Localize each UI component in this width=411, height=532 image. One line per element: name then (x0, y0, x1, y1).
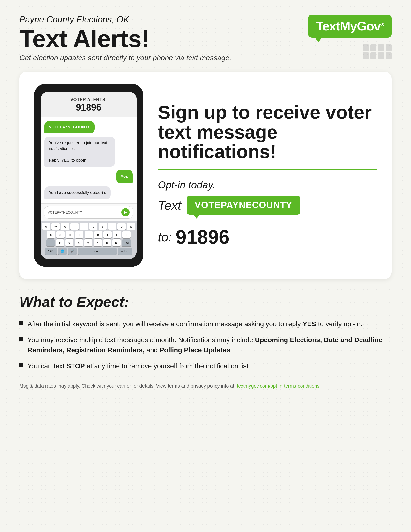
bullet-square-1 (19, 337, 23, 341)
to-number: 91896 (176, 226, 229, 248)
key-n[interactable]: n (103, 239, 111, 247)
key-numbers[interactable]: 123 (45, 248, 57, 255)
to-number-row: to: 91896 (158, 226, 377, 248)
main-card: VOTER ALERTS! 91896 VOTEPAYNECOUNTY You'… (19, 72, 392, 279)
phone-send-button[interactable]: ▶ (121, 208, 130, 216)
key-globe[interactable]: 🌐 (58, 248, 67, 255)
expect-section: What to Expect: After the initial keywor… (19, 294, 392, 371)
key-z[interactable]: z (56, 239, 64, 247)
message-bubble-received-2: You have successfully opted-in. (45, 186, 111, 199)
key-backspace[interactable]: ⌫ (122, 239, 131, 247)
bullet-square-2 (19, 363, 23, 367)
header: Payne County Elections, OK Text Alerts! … (19, 15, 392, 62)
footer-text: Msg & data rates may apply. Check with y… (19, 383, 235, 389)
content-wrapper: Payne County Elections, OK Text Alerts! … (19, 15, 392, 389)
phone-mockup: VOTER ALERTS! 91896 VOTEPAYNECOUNTY You'… (34, 84, 143, 267)
subtitle: Payne County Elections, OK (19, 15, 231, 25)
logo-text: TextMyGov® (316, 19, 384, 33)
key-space[interactable]: space (78, 248, 117, 255)
logo-text-gov: Gov (357, 19, 381, 33)
key-d[interactable]: d (66, 231, 74, 238)
text-word: Text (158, 198, 181, 213)
key-return[interactable]: return (118, 248, 133, 255)
logo-grid-decoration (363, 45, 392, 59)
key-j[interactable]: j (103, 231, 112, 238)
key-o[interactable]: o (118, 223, 126, 230)
registered-mark: ® (381, 22, 384, 27)
key-u[interactable]: u (99, 223, 107, 230)
key-r[interactable]: r (70, 223, 79, 230)
bullet-list: After the initial keyword is sent, you w… (19, 319, 392, 371)
keyboard-row-3: ⇧ z x c v b n m ⌫ (42, 239, 135, 247)
key-k[interactable]: k (113, 231, 121, 238)
phone-input-field[interactable]: VOTEPAYNECOUNTY ▶ (44, 206, 133, 218)
text-keyword-row: Text VOTEPAYNECOUNTY (158, 196, 377, 215)
expect-title: What to Expect: (19, 294, 392, 310)
key-c[interactable]: c (75, 239, 83, 247)
keyboard-row-1: q w e r t y u i o p (42, 223, 135, 230)
bullet-item-2: You can text STOP at any time to remove … (19, 361, 392, 371)
phone-messages: VOTEPAYNECOUNTY You've requested to join… (41, 117, 137, 203)
message-bubble-sent-keyword: VOTEPAYNECOUNTY (45, 121, 94, 133)
bullet-text-2: You can text STOP at any time to remove … (28, 361, 250, 371)
key-mic[interactable]: 🎤 (68, 248, 77, 255)
logo-container: TextMyGov® (308, 15, 392, 59)
phone-header: VOTER ALERTS! 91896 (41, 92, 137, 117)
bullet-item-1: You may receive multiple text messages a… (19, 335, 392, 355)
message-bubble-received-1: You've requested to join our text notifi… (45, 137, 115, 166)
keyboard-row-2: a s d f g h j k l (42, 231, 135, 238)
footer-disclaimer: Msg & data rates may apply. Check with y… (19, 383, 392, 389)
bullet-text-1: You may receive multiple text messages a… (28, 335, 392, 355)
keyword-badge: VOTEPAYNECOUNTY (187, 196, 300, 215)
key-q[interactable]: q (42, 223, 50, 230)
key-y[interactable]: y (89, 223, 97, 230)
bullet-item-0: After the initial keyword is sent, you w… (19, 319, 392, 329)
signup-headline: Sign up to receive voter text message no… (158, 103, 377, 162)
key-m[interactable]: m (112, 239, 121, 247)
message-bubble-reply: Yes (116, 170, 133, 183)
key-h[interactable]: h (94, 231, 102, 238)
bullet-square-0 (19, 321, 23, 325)
main-title: Text Alerts! (19, 27, 231, 51)
keyboard-row-4: 123 🌐 🎤 space return (42, 248, 135, 255)
to-label: to: (158, 230, 172, 244)
key-e[interactable]: e (61, 223, 69, 230)
footer-link[interactable]: textmygov.com/opt-in-terms-conditions (237, 383, 320, 389)
phone-keyboard: q w e r t y u i o p a (41, 221, 137, 259)
phone-input-text: VOTEPAYNECOUNTY (48, 210, 82, 214)
key-a[interactable]: a (47, 231, 55, 238)
header-left: Payne County Elections, OK Text Alerts! … (19, 15, 231, 62)
phone-input-bar[interactable]: VOTEPAYNECOUNTY ▶ (41, 203, 137, 221)
green-divider (158, 169, 377, 171)
phone-alert-label: VOTER ALERTS! (45, 97, 133, 102)
phone-number: 91896 (45, 102, 133, 113)
logo-text-black: Text (316, 19, 340, 33)
textmygov-logo: TextMyGov® (308, 15, 392, 38)
key-b[interactable]: b (93, 239, 102, 247)
bullet-text-0: After the initial keyword is sent, you w… (28, 319, 362, 329)
key-l[interactable]: l (122, 231, 131, 238)
key-w[interactable]: w (51, 223, 60, 230)
phone-screen: VOTER ALERTS! 91896 VOTEPAYNECOUNTY You'… (41, 92, 137, 259)
key-t[interactable]: t (80, 223, 88, 230)
key-x[interactable]: x (65, 239, 74, 247)
key-shift[interactable]: ⇧ (47, 239, 55, 247)
page-container: Payne County Elections, OK Text Alerts! … (0, 0, 411, 532)
key-s[interactable]: s (56, 231, 65, 238)
right-content: Sign up to receive voter text message no… (158, 84, 377, 267)
key-g[interactable]: g (85, 231, 93, 238)
key-i[interactable]: i (108, 223, 116, 230)
key-f[interactable]: f (75, 231, 84, 238)
key-p[interactable]: p (127, 223, 135, 230)
tagline: Get election updates sent directly to yo… (19, 54, 231, 62)
key-v[interactable]: v (84, 239, 92, 247)
opt-in-label: Opt-in today. (158, 179, 377, 191)
